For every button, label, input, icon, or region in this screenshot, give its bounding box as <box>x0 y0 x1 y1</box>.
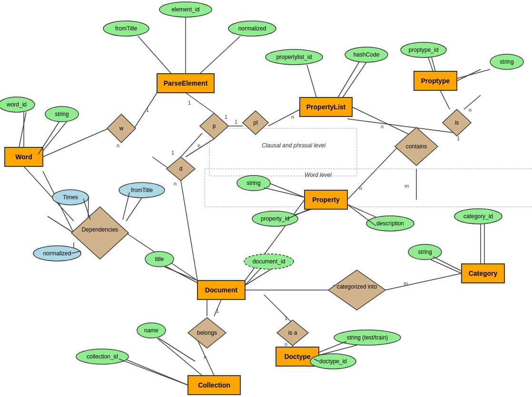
svg-line-84 <box>19 112 26 147</box>
relation-p-label: p <box>213 123 216 129</box>
section-label-clausal: Clausal and phrasal level <box>262 142 325 149</box>
relation-is-label: is <box>455 119 459 126</box>
entity-document-label: Document <box>205 286 238 294</box>
attr-doctype-id-label: doctype_id <box>319 358 347 365</box>
svg-text:n: n <box>381 124 384 129</box>
svg-line-19 <box>268 107 305 126</box>
er-diagram: n 1 1 n 1 n 1 1 n n m n n 1 m n <box>0 0 532 397</box>
attr-normalized-dep-label: normalized <box>43 250 71 257</box>
attr-string-prop-label: string <box>246 180 260 186</box>
svg-line-29 <box>347 147 397 200</box>
svg-text:n: n <box>117 143 119 148</box>
svg-line-24 <box>152 157 169 169</box>
svg-text:n: n <box>174 181 177 186</box>
attr-fromtitle-pe-label: fromTitle <box>115 25 138 32</box>
entity-property-label: Property <box>312 196 340 203</box>
svg-text:1: 1 <box>171 150 174 155</box>
attr-string-proptype-label: string <box>500 58 513 65</box>
svg-line-80 <box>119 359 188 385</box>
svg-line-55 <box>157 338 202 376</box>
svg-line-1 <box>138 36 171 74</box>
svg-line-27 <box>352 107 416 138</box>
attr-name-col-label: name <box>144 327 158 334</box>
svg-text:1: 1 <box>225 114 227 120</box>
svg-text:1: 1 <box>216 308 219 314</box>
svg-line-3 <box>307 65 316 97</box>
svg-line-78 <box>433 257 462 271</box>
relation-pl-label: pl <box>253 119 257 126</box>
entity-word-label: Word <box>15 153 32 161</box>
svg-line-34 <box>464 95 481 109</box>
svg-text:1: 1 <box>235 119 237 125</box>
svg-text:n: n <box>469 107 472 113</box>
svg-line-43 <box>385 273 462 290</box>
svg-line-83 <box>123 193 129 220</box>
svg-line-42 <box>431 260 462 273</box>
svg-line-79 <box>158 338 195 361</box>
svg-text:n: n <box>359 185 362 191</box>
svg-text:1: 1 <box>285 315 287 321</box>
svg-line-85 <box>38 121 59 155</box>
svg-text:1: 1 <box>188 100 191 106</box>
svg-line-4 <box>343 62 366 97</box>
entity-category-label: Category <box>469 270 498 277</box>
svg-line-91 <box>318 341 346 353</box>
relation-dependencies-label: Dependencies <box>82 226 118 233</box>
relation-categorized-into-label: categorized into <box>337 283 377 290</box>
attr-string-word-label: string <box>55 111 69 117</box>
attr-word-id-label: word_id <box>6 101 27 108</box>
entity-doctype-label: Doctype <box>284 353 310 360</box>
relation-belongs-label: belongs <box>197 329 217 336</box>
svg-text:1: 1 <box>457 136 460 141</box>
relation-d-label: d <box>179 165 183 172</box>
attr-times-label: Times <box>63 194 78 201</box>
svg-line-10 <box>134 93 157 128</box>
attr-description-label: description <box>376 220 404 227</box>
svg-line-2 <box>200 36 240 74</box>
svg-line-47 <box>164 267 197 281</box>
attr-propertylist-id-label: propertylist_id <box>276 54 312 60</box>
relation-categorized-into <box>328 270 385 310</box>
attr-string-cat-label: string <box>418 249 432 255</box>
attr-collection-id-label: collection_id <box>87 353 118 360</box>
entity-proptype-label: Proptype <box>421 77 450 85</box>
entity-collection-label: Collection <box>198 381 230 389</box>
svg-text:n: n <box>204 354 207 360</box>
svg-text:m: m <box>404 183 409 189</box>
svg-line-82 <box>83 199 90 220</box>
attr-proptype-id-label: proptype_id <box>409 47 439 53</box>
attr-property-id-label: property_id <box>261 215 289 222</box>
svg-line-70 <box>181 181 197 281</box>
svg-line-65 <box>126 198 142 221</box>
svg-line-88 <box>166 266 197 283</box>
attr-document-id-label: document_id <box>253 258 286 265</box>
attr-string-test-label: string (test/train) <box>347 334 388 341</box>
section-label-word: Word level <box>305 172 332 178</box>
attr-category-id-label: category_id <box>463 213 493 220</box>
svg-text:1: 1 <box>146 107 149 113</box>
attr-hashcode-label: hashCode <box>354 51 380 58</box>
svg-text:n: n <box>291 114 294 120</box>
relation-contains-label: contains <box>406 143 427 150</box>
svg-text:n: n <box>285 341 287 347</box>
svg-line-9 <box>43 128 108 157</box>
attr-fromtitle-dep-label: fromTitle <box>131 187 153 194</box>
svg-line-73 <box>457 69 490 78</box>
attr-normalized-pe-label: normalized <box>238 25 266 32</box>
svg-line-75 <box>338 62 359 97</box>
entity-propertylist-label: PropertyList <box>306 103 346 111</box>
svg-text:n: n <box>197 143 200 148</box>
relation-w-label: w <box>119 125 124 132</box>
svg-text:m: m <box>404 281 408 286</box>
attr-element-id-label: element_id <box>172 6 200 13</box>
svg-line-56 <box>264 295 293 323</box>
relation-is-a-label: is a <box>288 329 297 336</box>
entity-parseelement-label: ParseElement <box>164 79 208 87</box>
attr-title-doc-label: title <box>155 256 164 262</box>
